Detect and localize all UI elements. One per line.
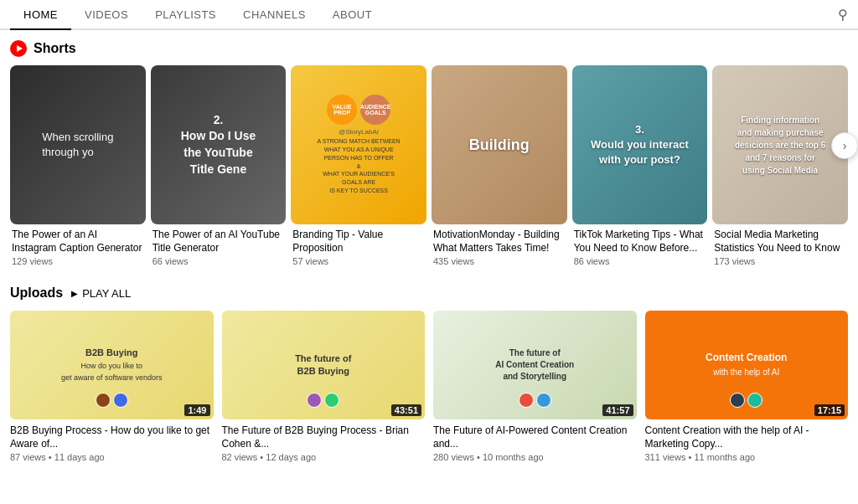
short-title-3: Branding Tip - Value Proposition [292, 229, 425, 255]
nav-tab-channels[interactable]: CHANNELS [230, 0, 319, 30]
short-views-1: 129 views [12, 256, 144, 266]
avatar [307, 393, 322, 408]
upload-thumb-2: The future ofB2B Buying 43:51 [222, 311, 426, 419]
short-views-2: 66 views [152, 256, 285, 266]
duration-badge-2: 43:51 [391, 404, 421, 416]
upload-meta-3: 280 views • 10 months ago [433, 452, 637, 462]
short-item-4[interactable]: Building MotivationMonday - Building Wha… [432, 65, 567, 270]
short-item-5[interactable]: 3.Would you interactwith your post? TikT… [572, 65, 708, 270]
shorts-section: Shorts When scrollingthrough yo The Powe… [0, 30, 858, 270]
shorts-title: Shorts [34, 41, 76, 56]
short-thumb-4: Building [432, 65, 567, 224]
upload-meta-2: 82 views • 12 days ago [222, 452, 426, 462]
uploads-grid: B2B BuyingHow do you like toget aware of… [10, 311, 848, 462]
upload-meta-1: 87 views • 11 days ago [10, 452, 214, 462]
shorts-carousel-wrapper: When scrollingthrough yo The Power of an… [10, 65, 848, 270]
duration-badge-1: 1:49 [184, 404, 209, 416]
play-all-icon: ▶ [71, 289, 78, 298]
uploads-section: Uploads ▶ PLAY ALL B2B BuyingHow do you … [0, 270, 858, 472]
short-item-6[interactable]: Finding informationand making purchasede… [712, 65, 848, 270]
nav-tab-home[interactable]: HOME [10, 0, 71, 30]
avatar [747, 393, 762, 408]
avatar [113, 393, 128, 408]
shorts-icon [10, 40, 27, 57]
avatar [730, 393, 745, 408]
short-item-3[interactable]: VALUE PROP AUDIENCE GOALS @StoryLabAI A … [291, 65, 426, 270]
search-icon[interactable]: ⚲ [838, 7, 848, 23]
upload-meta-4: 311 views • 11 months ago [645, 452, 849, 462]
upload-item-4[interactable]: Content Creationwith the help of AI 17:1… [645, 311, 849, 462]
short-views-3: 57 views [292, 256, 425, 266]
short-title-2: The Power of an AI YouTube Title Generat… [152, 229, 285, 255]
nav-tab-about[interactable]: ABOUT [319, 0, 385, 30]
upload-thumb-3: The future ofAI Content Creationand Stor… [433, 311, 637, 419]
play-all-label: PLAY ALL [82, 287, 131, 300]
short-thumb-3: VALUE PROP AUDIENCE GOALS @StoryLabAI A … [291, 65, 426, 224]
play-all-button[interactable]: ▶ PLAY ALL [71, 287, 131, 300]
carousel-next-button[interactable]: › [831, 132, 858, 159]
upload-title-4: Content Creation with the help of AI - M… [645, 424, 849, 450]
short-thumb-1: When scrollingthrough yo [10, 65, 146, 224]
shorts-header: Shorts [10, 40, 848, 57]
short-title-6: Social Media Marketing Statistics You Ne… [714, 229, 846, 255]
nav-bar: HOME VIDEOS PLAYLISTS CHANNELS ABOUT ⚲ [0, 0, 858, 30]
upload-title-3: The Future of AI-Powered Content Creatio… [433, 424, 637, 450]
upload-title-2: The Future of B2B Buying Process - Brian… [222, 424, 426, 450]
nav-tab-playlists[interactable]: PLAYLISTS [142, 0, 230, 30]
short-title-5: TikTok Marketing Tips - What You Need to… [574, 229, 706, 255]
uploads-title: Uploads [10, 285, 63, 301]
upload-item-2[interactable]: The future ofB2B Buying 43:51 The Future… [222, 311, 426, 462]
upload-item-3[interactable]: The future ofAI Content Creationand Stor… [433, 311, 637, 462]
short-views-5: 86 views [574, 256, 706, 266]
avatar [324, 393, 339, 408]
upload-title-1: B2B Buying Process - How do you like to … [10, 424, 214, 450]
short-item-2[interactable]: 2.How Do I Usethe YouTubeTitle Gene The … [151, 65, 287, 270]
short-thumb-2: 2.How Do I Usethe YouTubeTitle Gene [151, 65, 287, 224]
short-thumb-5: 3.Would you interactwith your post? [572, 65, 708, 224]
nav-tab-videos[interactable]: VIDEOS [71, 0, 142, 30]
short-views-6: 173 views [714, 256, 846, 266]
short-title-1: The Power of an AI Instagram Caption Gen… [12, 229, 144, 255]
upload-item-1[interactable]: B2B BuyingHow do you like toget aware of… [10, 311, 214, 462]
avatar [519, 393, 534, 408]
short-title-4: MotivationMonday - Building What Matters… [433, 229, 566, 255]
short-thumb-6: Finding informationand making purchasede… [712, 65, 848, 224]
duration-badge-3: 41:57 [602, 404, 633, 416]
duration-badge-4: 17:15 [814, 404, 845, 416]
short-views-4: 435 views [433, 256, 566, 266]
upload-thumb-1: B2B BuyingHow do you like toget aware of… [10, 311, 214, 419]
avatar [96, 393, 111, 408]
uploads-header: Uploads ▶ PLAY ALL [10, 285, 848, 301]
avatar [536, 393, 551, 408]
upload-thumb-4: Content Creationwith the help of AI 17:1… [645, 311, 849, 419]
shorts-carousel: When scrollingthrough yo The Power of an… [10, 65, 848, 270]
short-item-1[interactable]: When scrollingthrough yo The Power of an… [10, 65, 146, 270]
